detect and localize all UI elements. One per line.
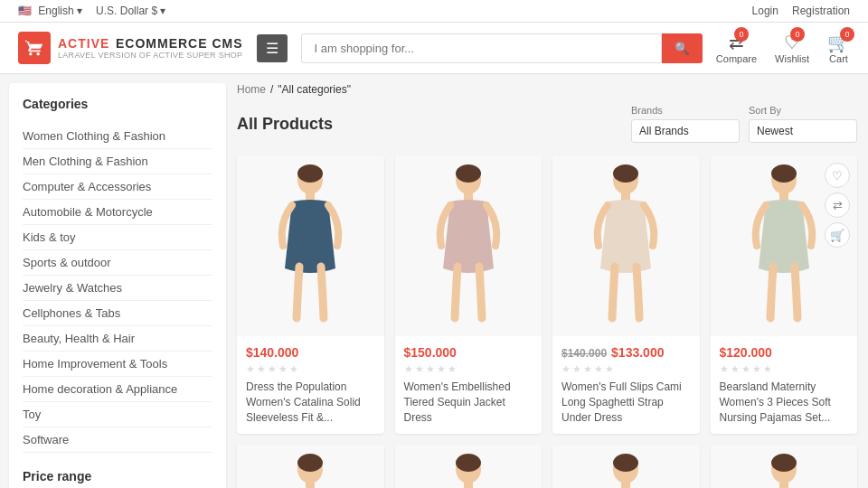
svg-point-4 bbox=[456, 164, 481, 183]
star-icon: ★ bbox=[561, 363, 571, 375]
sidebar-category-item[interactable]: Sports & outdoor bbox=[23, 250, 212, 276]
svg-rect-14 bbox=[306, 482, 315, 488]
wishlist-label: Wishlist bbox=[775, 53, 809, 64]
product-card[interactable]: $150.000★★★★★Women's Embellished Tiered … bbox=[395, 155, 542, 434]
svg-point-7 bbox=[613, 164, 638, 183]
top-bar-right: Login Registration bbox=[752, 5, 850, 17]
sidebar-category-item[interactable]: Jewelry & Watches bbox=[23, 276, 212, 301]
sidebar-category-item[interactable]: Home Improvement & Tools bbox=[23, 352, 212, 377]
star-icon: ★ bbox=[752, 363, 761, 375]
star-icon: ★ bbox=[448, 363, 457, 375]
sidebar-category-item[interactable]: Kids & toy bbox=[23, 225, 212, 250]
product-rating: ★★★★★ bbox=[246, 363, 375, 375]
product-new-price: $120.000 bbox=[720, 345, 772, 360]
product-card[interactable]: ★★★★★Women's Crop Top & Pants Set bbox=[711, 445, 858, 488]
products-grid: $140.000★★★★★Dress the Population Women'… bbox=[237, 155, 857, 488]
cart-btn[interactable]: 🛒 bbox=[825, 222, 850, 248]
brands-filter-group: Brands All Brands bbox=[631, 105, 740, 143]
product-rating: ★★★★★ bbox=[720, 363, 849, 375]
sidebar-category-item[interactable]: Toy bbox=[23, 402, 212, 427]
svg-rect-23 bbox=[779, 482, 788, 488]
sidebar-category-item[interactable]: Men Clothing & Fashion bbox=[23, 149, 212, 174]
product-card[interactable]: ★★★★★Women's Sleeveless Sundress bbox=[237, 445, 384, 488]
product-info: $140.000$133.000★★★★★Women's Full Slips … bbox=[552, 336, 700, 434]
product-info: $150.000★★★★★Women's Embellished Tiered … bbox=[395, 336, 542, 434]
star-icon: ★ bbox=[278, 363, 288, 375]
product-new-price: $133.000 bbox=[611, 345, 664, 360]
top-bar-left: 🇺🇸 English ▾ U.S. Dollar $ ▾ bbox=[18, 5, 165, 17]
breadcrumb-current: "All categories" bbox=[278, 83, 351, 96]
logo[interactable]: ACTIVE ECOMMERCE CMS LARAVEL VERSION OF … bbox=[18, 32, 243, 64]
sidebar-category-item[interactable]: Women Clothing & Fashion bbox=[23, 124, 212, 149]
sidebar-category-item[interactable]: Beauty, Health & Hair bbox=[23, 326, 212, 352]
main-layout: Categories Women Clothing & FashionMen C… bbox=[0, 74, 868, 488]
price-range-section: Price range 20.00 150.00 bbox=[23, 469, 212, 488]
product-new-price: $150.000 bbox=[404, 345, 457, 360]
sidebar-category-item[interactable]: Home decoration & Appliance bbox=[23, 377, 212, 402]
currency-label: U.S. Dollar $ bbox=[96, 5, 157, 17]
product-card[interactable]: ★★★★★Women's Lace Overlay Outfit bbox=[552, 445, 700, 488]
brands-select[interactable]: All Brands bbox=[631, 119, 740, 143]
compare-badge: 0 bbox=[734, 27, 749, 42]
logo-icon bbox=[18, 32, 51, 64]
sidebar: Categories Women Clothing & FashionMen C… bbox=[9, 83, 226, 488]
language-selector[interactable]: 🇺🇸 English ▾ bbox=[18, 5, 82, 17]
search-bar: 🔍 bbox=[301, 33, 703, 63]
sort-filter-label: Sort By bbox=[749, 105, 857, 116]
sidebar-category-item[interactable]: Automobile & Motorcycle bbox=[23, 200, 212, 225]
registration-link[interactable]: Registration bbox=[792, 5, 850, 17]
svg-point-19 bbox=[613, 454, 638, 472]
product-card[interactable]: ♡⇄🛒$120.000★★★★★Bearsland Maternity Wome… bbox=[711, 155, 858, 434]
product-price: $150.000 bbox=[404, 345, 533, 360]
product-card[interactable]: $140.000★★★★★Dress the Population Women'… bbox=[237, 155, 384, 434]
cart-icon-group[interactable]: 🛒 0 Cart bbox=[827, 32, 850, 64]
product-info: $120.000★★★★★Bearsland Maternity Women's… bbox=[711, 336, 858, 434]
star-icon: ★ bbox=[731, 363, 740, 375]
login-link[interactable]: Login bbox=[752, 5, 778, 17]
currency-selector[interactable]: U.S. Dollar $ ▾ bbox=[96, 5, 165, 17]
compare-icon-group[interactable]: ⇄ 0 Compare bbox=[716, 32, 757, 64]
star-icon: ★ bbox=[594, 363, 603, 375]
compare-btn[interactable]: ⇄ bbox=[825, 192, 850, 218]
search-button[interactable]: 🔍 bbox=[662, 33, 703, 63]
product-price: $120.000 bbox=[720, 345, 849, 360]
header: ACTIVE ECOMMERCE CMS LARAVEL VERSION OF … bbox=[0, 23, 868, 74]
cart-label: Cart bbox=[829, 53, 848, 64]
product-image bbox=[395, 155, 542, 336]
product-name: Women's Embellished Tiered Sequin Jacket… bbox=[404, 380, 533, 425]
product-card[interactable]: $140.000$133.000★★★★★Women's Full Slips … bbox=[552, 155, 700, 434]
star-icon: ★ bbox=[741, 363, 750, 375]
breadcrumb: Home / "All categories" bbox=[237, 83, 857, 96]
categories-list: Women Clothing & FashionMen Clothing & F… bbox=[23, 124, 212, 453]
sort-filter-group: Sort By Newest bbox=[749, 105, 857, 143]
sidebar-category-item[interactable]: Software bbox=[23, 427, 212, 453]
product-image bbox=[711, 445, 858, 488]
product-name: Dress the Population Women's Catalina So… bbox=[246, 380, 375, 425]
svg-rect-17 bbox=[464, 482, 473, 488]
star-icon: ★ bbox=[720, 363, 729, 375]
sort-select[interactable]: Newest bbox=[749, 119, 857, 143]
star-icon: ★ bbox=[426, 363, 435, 375]
product-name: Bearsland Maternity Women's 3 Pieces Sof… bbox=[720, 380, 849, 425]
star-icon: ★ bbox=[289, 363, 298, 375]
product-old-price: $140.000 bbox=[561, 347, 607, 360]
product-new-price: $140.000 bbox=[246, 345, 298, 360]
svg-point-10 bbox=[771, 164, 797, 183]
star-icon: ★ bbox=[583, 363, 592, 375]
breadcrumb-home[interactable]: Home bbox=[237, 83, 266, 96]
sidebar-category-item[interactable]: Computer & Accessories bbox=[23, 174, 212, 200]
wishlist-icon-group[interactable]: ♡ 0 Wishlist bbox=[775, 32, 809, 64]
header-icons: ⇄ 0 Compare ♡ 0 Wishlist 🛒 0 Cart bbox=[716, 32, 850, 64]
product-image bbox=[237, 445, 384, 488]
product-name: Women's Full Slips Cami Long Spaghetti S… bbox=[561, 380, 691, 425]
content: Home / "All categories" All Products Bra… bbox=[226, 74, 868, 488]
sidebar-category-item[interactable]: Cellphones & Tabs bbox=[23, 301, 212, 326]
wishlist-btn[interactable]: ♡ bbox=[825, 163, 850, 188]
logo-sub: LARAVEL VERSION OF ACTIVE SUPER SHOP bbox=[58, 51, 243, 60]
price-range-title: Price range bbox=[23, 469, 212, 483]
search-input[interactable] bbox=[301, 33, 662, 63]
product-image bbox=[395, 445, 542, 488]
menu-toggle-button[interactable]: ☰ bbox=[257, 34, 288, 62]
product-price: $140.000 bbox=[246, 345, 375, 360]
product-card[interactable]: ★★★★★Women's Athletic Tracksuit Set bbox=[395, 445, 542, 488]
